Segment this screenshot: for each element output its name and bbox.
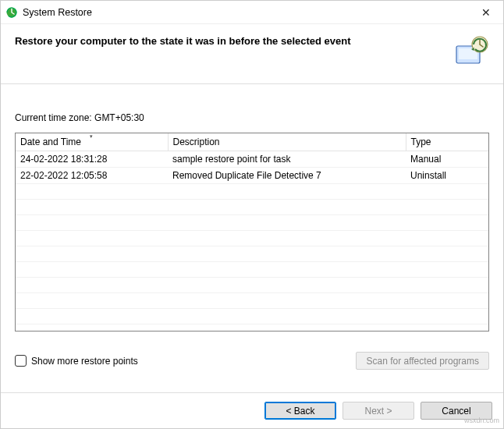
window-title: System Restore bbox=[23, 7, 468, 18]
restore-clock-icon bbox=[455, 35, 489, 66]
cell-desc: sample restore point for task bbox=[168, 151, 406, 167]
scan-affected-button: Scan for affected programs bbox=[356, 352, 489, 370]
close-icon: ✕ bbox=[481, 6, 491, 19]
table-row bbox=[16, 199, 488, 214]
cell-type: Uninstall bbox=[406, 167, 488, 183]
below-table-row: Show more restore points Scan for affect… bbox=[15, 352, 489, 370]
table-row bbox=[16, 230, 488, 246]
table-row bbox=[16, 277, 488, 292]
show-more-checkbox[interactable]: Show more restore points bbox=[15, 355, 138, 367]
checkbox-icon bbox=[15, 355, 27, 367]
system-restore-window: System Restore ✕ Restore your computer t… bbox=[0, 0, 504, 429]
system-restore-icon bbox=[5, 6, 18, 19]
page-heading: Restore your computer to the state it wa… bbox=[15, 35, 351, 47]
column-type[interactable]: Type bbox=[406, 133, 488, 151]
cell-desc: Removed Duplicate File Detective 7 bbox=[168, 167, 406, 183]
cell-type: Manual bbox=[406, 151, 488, 167]
table-row bbox=[16, 183, 488, 199]
close-button[interactable]: ✕ bbox=[468, 1, 503, 24]
table-header-row: Date and Time ▾ Description Type bbox=[16, 133, 488, 151]
checkbox-label: Show more restore points bbox=[31, 356, 138, 367]
table-row bbox=[16, 261, 488, 277]
wizard-footer: < Back Next > Cancel bbox=[1, 392, 503, 428]
content-area: Current time zone: GMT+05:30 Date and Ti… bbox=[1, 84, 503, 392]
back-button[interactable]: < Back bbox=[264, 402, 336, 420]
wizard-header: Restore your computer to the state it wa… bbox=[1, 24, 503, 83]
timezone-label: Current time zone: GMT+05:30 bbox=[15, 112, 489, 123]
table-row[interactable]: 22-02-2022 12:05:58 Removed Duplicate Fi… bbox=[16, 167, 488, 183]
table-row bbox=[16, 246, 488, 261]
table-row bbox=[16, 214, 488, 230]
sort-indicator-icon: ▾ bbox=[90, 133, 93, 140]
restore-points-table[interactable]: Date and Time ▾ Description Type 24-02-2… bbox=[15, 133, 489, 332]
column-date[interactable]: Date and Time ▾ bbox=[16, 133, 168, 151]
column-description[interactable]: Description bbox=[168, 133, 406, 151]
table-row bbox=[16, 308, 488, 324]
table-row[interactable]: 24-02-2022 18:31:28 sample restore point… bbox=[16, 151, 488, 167]
next-button: Next > bbox=[343, 402, 414, 420]
table-row bbox=[16, 292, 488, 308]
watermark: wsxdn.com bbox=[464, 417, 499, 424]
titlebar: System Restore ✕ bbox=[1, 1, 503, 24]
cell-date: 22-02-2022 12:05:58 bbox=[16, 167, 168, 183]
cell-date: 24-02-2022 18:31:28 bbox=[16, 151, 168, 167]
